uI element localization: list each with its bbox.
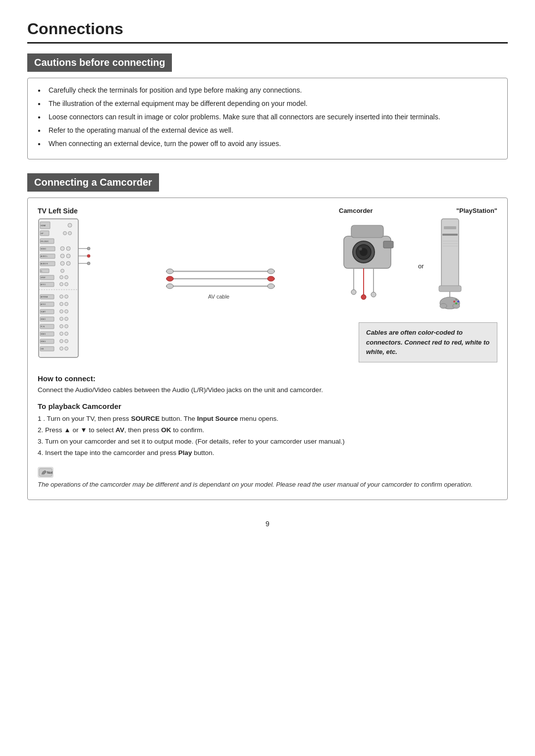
svg-point-107 <box>455 299 457 301</box>
color-coded-box: Cables are often color-coded to connecto… <box>359 322 497 362</box>
svg-point-16 <box>87 247 90 250</box>
cautions-header: Cautions before connecting <box>27 53 172 72</box>
page-title: Connections <box>27 20 508 44</box>
svg-text:AV IN 1: AV IN 1 <box>41 284 46 286</box>
cable-svg: AV cable <box>166 217 275 355</box>
svg-point-51 <box>65 310 68 313</box>
svg-point-86 <box>359 248 362 251</box>
color-coded-text: Cables are often color-coded to connecto… <box>366 329 489 355</box>
svg-text:USB: USB <box>41 348 44 350</box>
svg-point-108 <box>455 302 457 304</box>
svg-point-46 <box>60 302 63 306</box>
caution-item: Loose connectors can result in image or … <box>38 112 497 122</box>
svg-point-58 <box>60 325 63 328</box>
svg-point-43 <box>65 295 68 299</box>
svg-point-78 <box>268 269 274 274</box>
playstation-label: "PlayStation" <box>456 207 497 214</box>
svg-point-25 <box>60 261 64 265</box>
svg-point-47 <box>65 302 68 306</box>
svg-point-20 <box>66 254 70 258</box>
svg-point-7 <box>63 232 67 235</box>
how-to-connect-heading: How to connect: <box>38 374 497 383</box>
how-to-connect-section: How to connect: Connect the Audio/Video … <box>38 374 497 395</box>
svg-point-90 <box>351 290 356 295</box>
tv-panel-svg: HDMI HP RS-232C VIDEO <box>38 218 95 361</box>
svg-text:AV cable: AV cable <box>208 294 229 300</box>
playback-step-3: 3. Turn on your camcorder and set it to … <box>38 436 497 448</box>
how-to-connect-text: Connect the Audio/Video cables between t… <box>38 385 497 395</box>
svg-point-28 <box>87 262 90 265</box>
svg-point-19 <box>60 254 64 258</box>
svg-point-80 <box>268 284 274 289</box>
svg-point-70 <box>60 347 63 351</box>
svg-point-14 <box>66 247 70 251</box>
camcorder-label: Camcorder <box>339 207 373 214</box>
caution-item: Carefully check the terminals for positi… <box>38 85 497 96</box>
note-icon: Note <box>38 467 54 478</box>
svg-point-50 <box>60 310 63 313</box>
svg-point-34 <box>60 276 63 279</box>
note-svg-icon: Note <box>39 468 53 477</box>
svg-text:SCART: SCART <box>41 311 46 313</box>
svg-text:HDMI 3: HDMI 3 <box>41 333 46 335</box>
svg-rect-87 <box>351 225 383 238</box>
tv-svg: HDMI HP RS-232C VIDEO <box>38 218 97 363</box>
cautions-box: Carefully check the terminals for positi… <box>27 78 508 159</box>
svg-point-66 <box>60 340 63 343</box>
svg-point-39 <box>65 283 68 286</box>
svg-text:RS-232C: RS-232C <box>41 240 49 243</box>
cautions-list: Carefully check the terminals for positi… <box>38 85 497 149</box>
playback-heading: To playback Camcorder <box>38 402 497 410</box>
svg-point-67 <box>65 340 68 343</box>
svg-rect-101 <box>439 286 461 292</box>
svg-rect-96 <box>444 226 456 229</box>
camcorder-svg <box>339 216 411 315</box>
svg-point-92 <box>361 295 366 300</box>
svg-text:PC IN: PC IN <box>41 326 45 328</box>
svg-point-8 <box>68 232 72 235</box>
playstation-svg <box>431 216 471 315</box>
svg-rect-97 <box>442 234 458 236</box>
svg-text:ANTENNA: ANTENNA <box>41 296 48 298</box>
svg-point-75 <box>166 269 173 274</box>
svg-text:AV IN 2: AV IN 2 <box>41 303 46 305</box>
svg-point-106 <box>453 301 455 302</box>
caution-item: The illustration of the external equipme… <box>38 99 497 109</box>
tv-side-label: TV Left Side <box>38 207 102 215</box>
playback-section: To playback Camcorder 1 . Turn on your T… <box>38 402 497 459</box>
devices-row: or <box>339 216 497 315</box>
svg-point-4 <box>68 223 72 227</box>
note-icon-row: Note <box>38 467 497 478</box>
svg-point-79 <box>268 276 274 281</box>
svg-text:HDMI 2: HDMI 2 <box>41 318 46 320</box>
svg-rect-88 <box>383 241 393 248</box>
playback-step-2: 2. Press ▲ or ▼ to select AV, then press… <box>38 425 497 436</box>
svg-text:HDMI: HDMI <box>41 224 46 227</box>
svg-text:HDMI 4: HDMI 4 <box>41 341 46 343</box>
svg-point-76 <box>166 276 173 281</box>
svg-point-38 <box>60 283 63 286</box>
svg-point-42 <box>60 295 63 299</box>
svg-point-59 <box>65 325 68 328</box>
svg-text:AUDIO R: AUDIO R <box>41 263 48 265</box>
caution-item: Refer to the operating manual of the ext… <box>38 125 497 136</box>
diagram-area: TV Left Side HDMI HP <box>38 207 497 365</box>
connecting-header: Connecting a Camcorder <box>27 173 159 192</box>
or-text: or <box>418 262 424 270</box>
svg-point-104 <box>440 303 447 308</box>
playback-step-1: 1 . Turn on your TV, then press SOURCE b… <box>38 413 497 425</box>
svg-point-31 <box>61 269 64 273</box>
note-box: Note The operations of the camcorder may… <box>38 467 497 490</box>
caution-item: When connecting an external device, turn… <box>38 139 497 149</box>
note-text: The operations of the camcorder may be d… <box>38 480 497 490</box>
playback-step-4: 4. Insert the tape into the camcorder an… <box>38 448 497 459</box>
svg-point-13 <box>60 247 64 251</box>
svg-point-62 <box>60 332 63 336</box>
tv-side-panel: TV Left Side HDMI HP <box>38 207 102 363</box>
right-devices: Camcorder "PlayStation" <box>339 207 497 362</box>
svg-text:Note: Note <box>47 471 53 474</box>
svg-point-71 <box>65 347 68 351</box>
svg-point-109 <box>457 301 459 302</box>
page-number: 9 <box>27 520 508 528</box>
svg-text:S/PDIF: S/PDIF <box>41 277 46 279</box>
